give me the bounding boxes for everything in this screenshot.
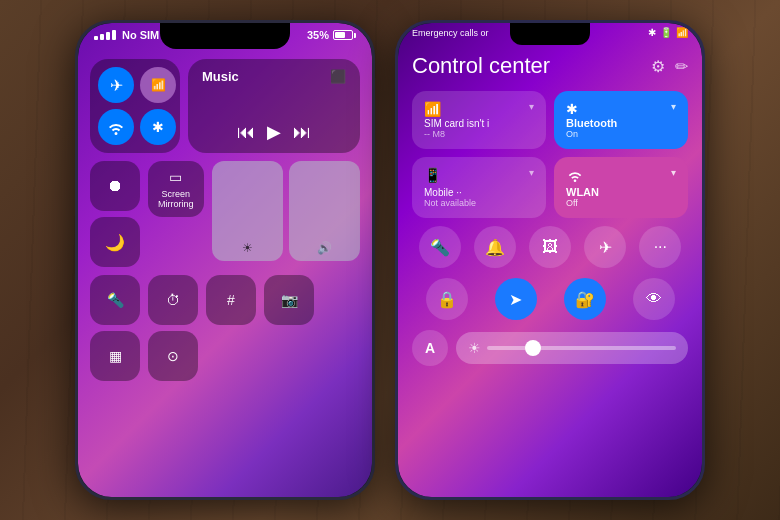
- wlan-tile-arrow: ▾: [671, 167, 676, 178]
- settings-icon[interactable]: ⚙: [651, 57, 665, 76]
- screen-mirror-widget[interactable]: ▭ ScreenMirroring: [148, 161, 204, 217]
- vpn-circle[interactable]: 🔐: [564, 278, 606, 320]
- battery-group: 35%: [307, 29, 356, 41]
- next-button[interactable]: ⏭: [293, 122, 311, 143]
- brightness-icon: ☀: [242, 241, 253, 255]
- wlan-tile-icon: [566, 167, 584, 186]
- android-notch: [510, 23, 590, 45]
- sim-tile-arrow: ▾: [529, 101, 534, 112]
- volume-icon: 🔊: [317, 241, 332, 255]
- mobile-tile-arrow: ▾: [529, 167, 534, 178]
- edit-icon[interactable]: ✏: [675, 57, 688, 76]
- airplane-circle[interactable]: ✈: [584, 226, 626, 268]
- music-widget: Music ⬛ ⏮ ▶ ⏭: [188, 59, 360, 153]
- prev-button[interactable]: ⏮: [237, 122, 255, 143]
- android-device: Emergency calls or ✱ 🔋 📶 Control center …: [395, 20, 705, 500]
- mobile-tile-info: Mobile ·· Not available: [424, 187, 534, 208]
- mobile-tile-name: Mobile ··: [424, 187, 534, 198]
- android-circle-row2: 🔒 ➤ 🔐 👁: [412, 278, 688, 320]
- sim-tile[interactable]: 📶 ▾ SIM card isn't i -- M8: [412, 91, 546, 149]
- location-circle[interactable]: ➤: [495, 278, 537, 320]
- android-cc-title: Control center ⚙ ✏: [412, 53, 688, 79]
- mobile-tile-sub: Not available: [424, 198, 534, 208]
- dnd-button[interactable]: 🌙: [90, 217, 140, 267]
- mobile-tile[interactable]: 📱 ▾ Mobile ·· Not available: [412, 157, 546, 218]
- signal-dot-4: [112, 30, 116, 40]
- calculator-button[interactable]: #: [206, 275, 256, 325]
- iphone-control-center: ✈ 📶 ✱ Music ⬛: [90, 59, 360, 485]
- bell-circle[interactable]: 🔔: [474, 226, 516, 268]
- camera-button[interactable]: 📷: [264, 275, 314, 325]
- android-screen: Emergency calls or ✱ 🔋 📶 Control center …: [398, 23, 702, 497]
- flashlight-circle[interactable]: 🔦: [419, 226, 461, 268]
- battery-fill: [335, 32, 345, 38]
- android-circle-row1: 🔦 🔔 🖼 ✈ ···: [412, 226, 688, 268]
- wifi-button[interactable]: [98, 109, 134, 145]
- brightness-slider[interactable]: ☀: [212, 161, 283, 261]
- bt-tile-icon: ✱: [566, 101, 578, 117]
- battery-icon: [333, 30, 356, 40]
- accessibility-button[interactable]: A: [412, 330, 448, 366]
- signal-dot-2: [100, 34, 104, 40]
- signal-dot-1: [94, 36, 98, 40]
- airplane-button[interactable]: ✈: [98, 67, 134, 103]
- lock-circle[interactable]: 🔒: [426, 278, 468, 320]
- brightness-track: [487, 346, 676, 350]
- bt-tile-info: Bluetooth On: [566, 117, 676, 139]
- qr-button[interactable]: ▦: [90, 331, 140, 381]
- volume-slider[interactable]: 🔊: [289, 161, 360, 261]
- wlan-tile[interactable]: ▾ WLAN Off: [554, 157, 688, 218]
- bt-tile-header: ✱ ▾: [566, 101, 676, 117]
- airplay-icon: ⬛: [330, 69, 346, 84]
- cc-bottom-row2: ▦ ⊙: [90, 331, 360, 381]
- sim-tile-icon: 📶: [424, 101, 441, 117]
- bluetooth-tile[interactable]: ✱ ▾ Bluetooth On: [554, 91, 688, 149]
- cc-title-icons: ⚙ ✏: [651, 57, 688, 76]
- bt-tile-arrow: ▾: [671, 101, 676, 112]
- bt-tile-name: Bluetooth: [566, 117, 676, 129]
- wlan-tile-sub: Off: [566, 198, 676, 208]
- android-control-center: Control center ⚙ ✏ 📶 ▾: [412, 53, 688, 487]
- mobile-tile-icon: 📱: [424, 167, 441, 183]
- android-tiles-grid: 📶 ▾ SIM card isn't i -- M8 ✱ ▾: [412, 91, 688, 218]
- iphone-notch: [160, 23, 290, 49]
- brightness-icon: ☀: [468, 340, 481, 356]
- brightness-bar[interactable]: ☀: [456, 332, 688, 364]
- signal-status-icon: 📶: [676, 27, 688, 38]
- music-controls: ⏮ ▶ ⏭: [202, 121, 346, 143]
- cellular-button[interactable]: 📶: [140, 67, 176, 103]
- timer-button[interactable]: ⏱: [148, 275, 198, 325]
- mobile-tile-header: 📱 ▾: [424, 167, 534, 183]
- sliders-group: ☀ 🔊: [212, 161, 360, 261]
- music-title: Music: [202, 69, 239, 84]
- screen-rotation-button[interactable]: ⏺: [90, 161, 140, 211]
- bluetooth-button[interactable]: ✱: [140, 109, 176, 145]
- record-button[interactable]: ⊙: [148, 331, 198, 381]
- wlan-tile-header: ▾: [566, 167, 676, 186]
- screenshot-circle[interactable]: 🖼: [529, 226, 571, 268]
- sim-tile-info: SIM card isn't i -- M8: [424, 118, 534, 139]
- carrier-label: No SIM: [122, 29, 159, 41]
- battery-percent: 35%: [307, 29, 329, 41]
- sim-tile-header: 📶 ▾: [424, 101, 534, 117]
- brightness-thumb: [525, 340, 541, 356]
- play-button[interactable]: ▶: [267, 121, 281, 143]
- flashlight-button[interactable]: 🔦: [90, 275, 140, 325]
- cc-second-row: ⏺ 🌙 ▭ ScreenMirroring ☀ 🔊: [90, 161, 360, 267]
- cc-bottom-row: 🔦 ⏱ # 📷: [90, 275, 360, 325]
- quick-buttons: ⏺ 🌙: [90, 161, 140, 267]
- signal-bars: [94, 30, 116, 40]
- phones-container: No SIM 35% ✈: [0, 0, 780, 520]
- eye-circle[interactable]: 👁: [633, 278, 675, 320]
- battery-status-icon: 🔋: [660, 27, 672, 38]
- bt-tile-sub: On: [566, 129, 676, 139]
- status-icons: ✱ 🔋 📶: [648, 27, 688, 38]
- more-circle[interactable]: ···: [639, 226, 681, 268]
- iphone-screen: No SIM 35% ✈: [78, 23, 372, 497]
- sim-tile-name: SIM card isn't i: [424, 118, 534, 129]
- wlan-tile-name: WLAN: [566, 186, 676, 198]
- signal-dot-3: [106, 32, 110, 40]
- battery-body: [333, 30, 353, 40]
- android-bottom-controls: A ☀: [412, 330, 688, 366]
- connectivity-group: ✈ 📶 ✱: [90, 59, 180, 153]
